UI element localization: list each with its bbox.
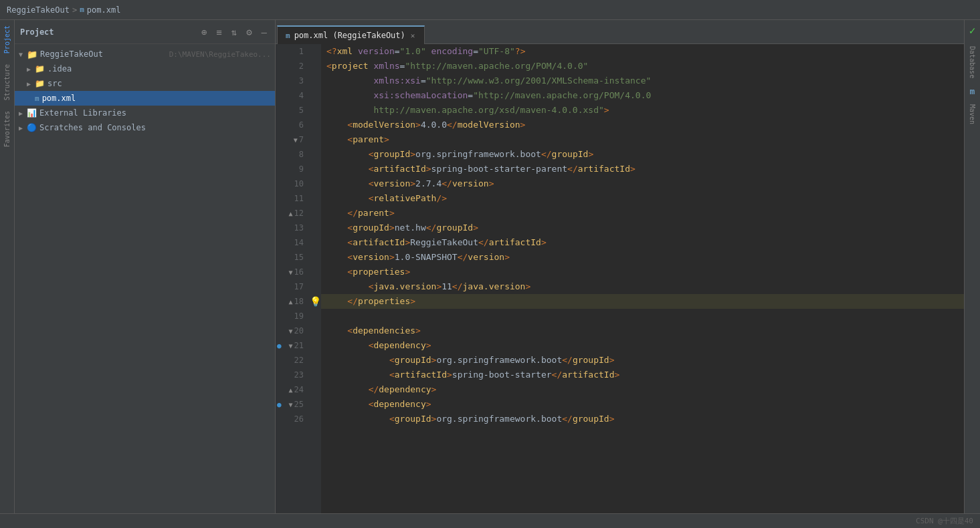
line-26: 26 bbox=[276, 412, 309, 426]
line-16: ▼16 bbox=[276, 265, 309, 279]
minimize-icon[interactable]: — bbox=[259, 25, 270, 39]
annot-9 bbox=[309, 162, 321, 176]
code-line-6: <modelVersion>4.0.0</modelVersion> bbox=[321, 118, 964, 132]
code-line-2: <project xmlns="http://maven.apache.org/… bbox=[321, 59, 964, 74]
tree-item-pom[interactable]: m pom.xml bbox=[15, 91, 275, 106]
project-panel: Project ⊕ ≡ ⇅ ⚙ — ▼ 📁 ReggieTakeOut D:\M… bbox=[15, 20, 276, 513]
annot-13 bbox=[309, 221, 321, 235]
annot-7 bbox=[309, 132, 321, 147]
code-line-8: <groupId>org.springframework.boot</group… bbox=[321, 147, 964, 162]
code-line-15: <version>1.0-SNAPSHOT</version> bbox=[321, 250, 964, 265]
line-24: ▲24 bbox=[276, 382, 309, 397]
code-line-20: <dependencies> bbox=[321, 323, 964, 338]
code-line-21: <dependency> bbox=[321, 338, 964, 353]
code-line-26: <groupId>org.springframework.boot</group… bbox=[321, 412, 964, 426]
tree-item-reggietakeout[interactable]: ▼ 📁 ReggieTakeOut D:\MAVEN\ReggieTakeo..… bbox=[15, 47, 275, 61]
tree-arrow-src: ▶ bbox=[27, 80, 35, 88]
title-bar: ReggieTakeOut > m pom.xml bbox=[0, 0, 980, 20]
check-icon: ✓ bbox=[968, 20, 977, 41]
code-line-24: </dependency> bbox=[321, 382, 964, 397]
root-folder-icon: 📁 bbox=[27, 49, 37, 59]
database-strip-label[interactable]: Database bbox=[967, 41, 977, 84]
line-13: 13 bbox=[276, 221, 309, 235]
gutter-annotations: 💡 bbox=[309, 44, 321, 513]
annot-26 bbox=[309, 412, 321, 426]
annot-25 bbox=[309, 397, 321, 412]
annot-14 bbox=[309, 235, 321, 250]
tree-item-src[interactable]: ▶ 📁 src bbox=[15, 76, 275, 91]
maven-strip-label[interactable]: Maven bbox=[967, 99, 977, 130]
line-1: 1 bbox=[276, 44, 309, 59]
code-line-23: <artifactId>spring-boot-starter</artifac… bbox=[321, 368, 964, 382]
code-line-4: xsi:schemaLocation="http://maven.apache.… bbox=[321, 88, 964, 103]
align-icon[interactable]: ≡ bbox=[213, 25, 224, 39]
code-line-5: http://maven.apache.org/xsd/maven-4.0.0.… bbox=[321, 103, 964, 118]
line-15: 15 bbox=[276, 250, 309, 265]
tab-file-icon: m bbox=[286, 31, 290, 40]
line-10: 10 bbox=[276, 176, 309, 191]
line-21: ● ▼21 bbox=[276, 338, 309, 353]
code-line-14: <artifactId>ReggieTakeOut</artifactId> bbox=[321, 235, 964, 250]
tree-item-extlibs[interactable]: ▶ 📊 External Libraries bbox=[15, 106, 275, 120]
code-editor[interactable]: <?xml version="1.0" encoding="UTF-8"?> <… bbox=[321, 44, 964, 513]
gear-icon[interactable]: ⊕ bbox=[199, 25, 209, 39]
tree-item-idea[interactable]: ▶ 📁 .idea bbox=[15, 61, 275, 76]
code-line-9: <artifactId>spring-boot-starter-parent</… bbox=[321, 162, 964, 176]
annot-2 bbox=[309, 59, 321, 74]
line-22: 22 bbox=[276, 353, 309, 368]
annot-3 bbox=[309, 74, 321, 88]
line-20: ▼20 bbox=[276, 323, 309, 338]
file-name-title: pom.xml bbox=[87, 5, 121, 15]
code-line-22: <groupId>org.springframework.boot</group… bbox=[321, 353, 964, 368]
line-2: 2 bbox=[276, 59, 309, 74]
tree-label-idea: .idea bbox=[47, 64, 271, 74]
code-line-25: <dependency> bbox=[321, 397, 964, 412]
tab-close-button[interactable]: ✕ bbox=[409, 31, 417, 41]
annot-8 bbox=[309, 147, 321, 162]
annot-20 bbox=[309, 323, 321, 338]
annot-21 bbox=[309, 338, 321, 353]
project-header-title: Project bbox=[20, 27, 195, 37]
tab-pom[interactable]: m pom.xml (ReggieTakeOut) ✕ bbox=[277, 25, 425, 44]
project-name: ReggieTakeOut bbox=[7, 5, 70, 15]
line-19: 19 bbox=[276, 309, 309, 323]
annot-11 bbox=[309, 191, 321, 206]
line-17: 17 bbox=[276, 279, 309, 294]
settings-icon[interactable]: ⚙ bbox=[243, 25, 254, 39]
line-9: 9 bbox=[276, 162, 309, 176]
line-25: ● ▼25 bbox=[276, 397, 309, 412]
main-layout: Project Structure Favorites Project ⊕ ≡ … bbox=[0, 20, 980, 513]
annot-1 bbox=[309, 44, 321, 59]
code-line-7: <parent> bbox=[321, 132, 964, 147]
editor-content[interactable]: 1 2 3 4 5 6 ▼7 8 9 10 11 ▲12 13 14 15 ▼1… bbox=[276, 44, 964, 513]
scratches-icon: 🔵 bbox=[27, 123, 37, 132]
code-line-10: <version>2.7.4</version> bbox=[321, 176, 964, 191]
structure-strip-label[interactable]: Structure bbox=[2, 59, 12, 106]
status-bar: CSDN @十四是40 bbox=[0, 513, 980, 528]
annot-23 bbox=[309, 368, 321, 382]
tab-bar: m pom.xml (ReggieTakeOut) ✕ bbox=[276, 20, 964, 44]
file-icon-title: m bbox=[80, 5, 84, 14]
line-14: 14 bbox=[276, 235, 309, 250]
line-4: 4 bbox=[276, 88, 309, 103]
idea-folder-icon: 📁 bbox=[35, 64, 45, 74]
project-strip-label[interactable]: Project bbox=[2, 20, 12, 59]
line-number-gutter: 1 2 3 4 5 6 ▼7 8 9 10 11 ▲12 13 14 15 ▼1… bbox=[276, 44, 309, 513]
code-line-11: <relativePath/> bbox=[321, 191, 964, 206]
right-strip: ✓ Database m Maven bbox=[964, 20, 980, 513]
src-folder-icon: 📁 bbox=[35, 79, 45, 88]
code-line-17: <java.version>11</java.version> bbox=[321, 279, 964, 294]
tab-label: pom.xml (ReggieTakeOut) bbox=[294, 31, 405, 40]
line-23: 23 bbox=[276, 368, 309, 382]
maven-file-icon: m bbox=[35, 94, 39, 103]
file-tree: ▼ 📁 ReggieTakeOut D:\MAVEN\ReggieTakeo..… bbox=[15, 44, 275, 513]
annot-15 bbox=[309, 250, 321, 265]
line-8: 8 bbox=[276, 147, 309, 162]
tree-item-scratches[interactable]: ▶ 🔵 Scratches and Consoles bbox=[15, 120, 275, 135]
arrows-icon[interactable]: ⇅ bbox=[229, 25, 239, 39]
favorites-strip-label[interactable]: Favorites bbox=[2, 106, 12, 152]
code-line-19 bbox=[321, 309, 964, 323]
annot-22 bbox=[309, 353, 321, 368]
annot-12 bbox=[309, 206, 321, 221]
tree-label-root: ReggieTakeOut bbox=[40, 49, 167, 59]
